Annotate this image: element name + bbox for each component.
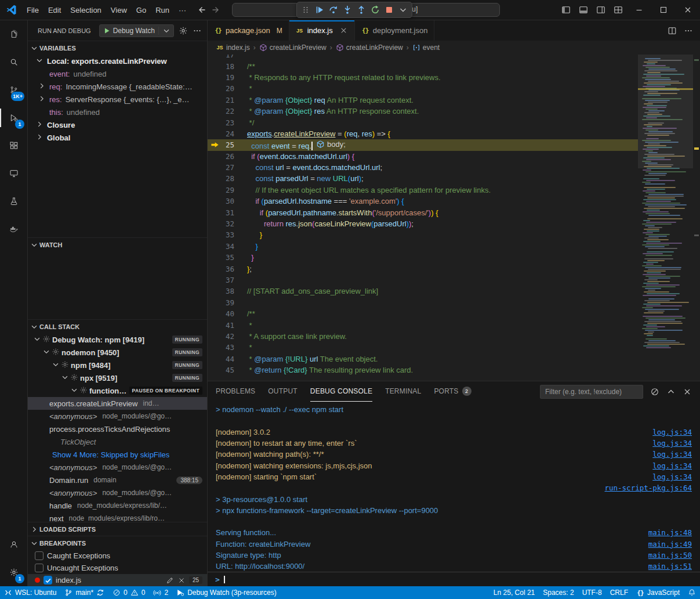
debug-stepOver-icon[interactable] <box>327 3 340 16</box>
breakpoint-checkbox[interactable] <box>35 564 43 572</box>
launch-config-dropdown[interactable]: Debug Watch <box>99 24 174 37</box>
minimap-viewport[interactable] <box>638 55 693 168</box>
toggle-sidebar-icon[interactable] <box>561 5 571 15</box>
menu-item-edit[interactable]: Edit <box>43 4 66 16</box>
split-editor-icon[interactable] <box>668 26 677 35</box>
toggle-panel-icon[interactable] <box>579 5 588 15</box>
source-link[interactable]: log.js:34 <box>652 450 692 459</box>
close-window-icon[interactable] <box>683 5 692 15</box>
overview-ruler[interactable] <box>693 55 700 381</box>
twistie-icon[interactable] <box>61 373 69 381</box>
maximize-panel-icon[interactable] <box>666 387 676 396</box>
call-stack-frame[interactable]: handlenode_modules/express/lib/… <box>28 499 207 512</box>
activity-accounts[interactable] <box>0 531 27 558</box>
variable-row[interactable]: req:IncomingMessage {_readableState:… <box>28 80 207 93</box>
menu-item-file[interactable]: File <box>22 4 43 16</box>
code-line-32[interactable]: 32 return res.json(caseLinkPreview(parse… <box>208 218 638 229</box>
section-header-variables[interactable]: VARIABLES <box>28 41 207 55</box>
code-line-37[interactable]: 37 <box>208 275 638 286</box>
close-panel-icon[interactable] <box>683 387 692 396</box>
debug-stepOut-icon[interactable] <box>354 3 368 16</box>
console-row[interactable] <box>208 516 700 527</box>
forward-icon[interactable] <box>212 5 221 15</box>
call-stack-frame[interactable]: Domain.rundomain388:15 <box>28 474 207 486</box>
breadcrumb-item[interactable]: createLinkPreview <box>336 44 403 52</box>
editor-more-icon[interactable] <box>684 26 693 35</box>
twistie-icon[interactable] <box>38 82 46 90</box>
call-stack-frame[interactable]: TickObject <box>28 435 207 448</box>
code-line-28[interactable]: 28 const parsedUrl = new URL(url); <box>208 173 638 184</box>
panel-tab-debug-console[interactable]: DEBUG CONSOLE <box>310 381 372 402</box>
status-cursor-position[interactable]: Ln 25, Col 21 <box>489 586 539 599</box>
twistie-icon[interactable] <box>33 335 41 343</box>
variable-row[interactable]: Closure <box>28 118 207 131</box>
code-line-43[interactable]: 43 * <box>208 342 638 353</box>
code-line-24[interactable]: 24exports.createLinkPreview = (req, res)… <box>208 128 638 139</box>
code-line-41[interactable]: 41 * <box>208 319 638 330</box>
twistie-icon[interactable] <box>35 120 43 128</box>
call-stack-frame[interactable]: <anonymous>node_modules/@go… <box>28 486 207 499</box>
code-line-45[interactable]: 45 * @return {!Card} The resulting previ… <box>208 365 638 376</box>
status-git-branch[interactable]: main* <box>60 586 108 599</box>
customize-layout-icon[interactable] <box>614 5 623 15</box>
call-stack-session[interactable]: functions-fra…PAUSED ON BREAKPOINT <box>28 384 207 397</box>
code-area[interactable]: 1718/**19 * Responds to any HTTP request… <box>208 55 638 381</box>
section-header-watch[interactable]: WATCH <box>28 237 207 251</box>
call-stack-session[interactable]: npx [9519]RUNNING <box>28 371 207 384</box>
call-stack-frame[interactable]: Show 4 More: Skipped by skipFiles <box>28 448 207 461</box>
console-filter-input[interactable] <box>540 385 643 399</box>
variable-row[interactable]: res:ServerResponse {_events: {…}, _e… <box>28 93 207 106</box>
menu-item-go[interactable]: Go <box>132 4 151 16</box>
call-stack-session[interactable]: nodemon [9450]RUNNING <box>28 346 207 359</box>
status-remote-host[interactable]: WSL: Ubuntu <box>0 586 60 599</box>
status-indentation[interactable]: Spaces: 2 <box>539 586 578 599</box>
console-row[interactable]: [nodemon] starting `npm start`log.js:34 <box>208 471 700 482</box>
code-line-34[interactable]: 34 } <box>208 241 638 252</box>
panel-tab-terminal[interactable]: TERMINAL <box>385 381 421 402</box>
code-line-30[interactable]: 30 if (parsedUrl.hostname === 'example.c… <box>208 196 638 207</box>
twistie-icon[interactable] <box>42 348 50 356</box>
activity-testing[interactable] <box>0 187 27 215</box>
call-stack-frame[interactable]: nextnode_modules/express/lib/ro… <box>28 512 207 522</box>
activity-explorer[interactable] <box>0 20 27 48</box>
menu-item-selection[interactable]: Selection <box>66 4 106 16</box>
console-row[interactable]: Signature type: httpmain.js:50 <box>208 550 700 561</box>
code-line-20[interactable]: 20 * <box>208 83 638 94</box>
activity-docker[interactable] <box>0 215 27 243</box>
code-line-18[interactable]: 18/** <box>208 60 638 71</box>
console-row[interactable]: Serving function...main.js:48 <box>208 527 700 538</box>
console-row[interactable]: > npx functions-framework --target=creat… <box>208 505 700 516</box>
console-row[interactable]: run-script-pkg.js:64 <box>208 482 700 493</box>
debug-restart-icon[interactable] <box>368 3 382 16</box>
variable-row[interactable]: event:undefined <box>28 67 207 80</box>
debug-grip-icon[interactable] <box>299 3 313 16</box>
twistie-icon[interactable] <box>35 133 43 141</box>
start-debugging-icon[interactable] <box>103 27 111 35</box>
tab-deployment.json[interactable]: {}deployment.json <box>355 20 435 41</box>
code-line-33[interactable]: 33 } <box>208 229 638 240</box>
breakpoint-row[interactable]: Uncaught Exceptions <box>28 562 207 574</box>
close-tab-icon[interactable] <box>339 26 348 35</box>
code-line-23[interactable]: 23 */ <box>208 117 638 128</box>
twistie-icon[interactable] <box>70 386 78 394</box>
menu-item-view[interactable]: View <box>106 4 132 16</box>
console-row[interactable]: [nodemon] to restart at any time, enter … <box>208 438 700 449</box>
menu-item-run[interactable]: Run <box>151 4 174 16</box>
breadcrumb-item[interactable]: JSindex.js <box>216 44 250 52</box>
status-forwarded-ports[interactable]: 2 <box>149 586 172 599</box>
panel-tab-output[interactable]: OUTPUT <box>268 381 298 402</box>
source-link[interactable]: log.js:34 <box>652 461 692 470</box>
call-stack-session[interactable]: npm [9484]RUNNING <box>28 359 207 371</box>
skipped-frames-link[interactable]: Show 4 More: Skipped by skipFiles <box>52 450 169 459</box>
minimize-icon[interactable] <box>634 5 644 15</box>
twistie-icon[interactable] <box>38 95 46 103</box>
activity-settings[interactable]: 1 <box>0 558 27 586</box>
views-more-icon[interactable] <box>193 26 202 35</box>
source-link[interactable]: log.js:34 <box>652 439 692 448</box>
code-line-44[interactable]: 44 * @param {!URL} url The event object. <box>208 353 638 365</box>
debug-console-input[interactable]: > <box>208 572 700 586</box>
breakpoint-checkbox[interactable] <box>35 551 43 560</box>
variable-row[interactable]: this:undefined <box>28 106 207 118</box>
twistie-icon[interactable] <box>35 56 43 64</box>
debug-stop-icon[interactable] <box>382 3 396 16</box>
